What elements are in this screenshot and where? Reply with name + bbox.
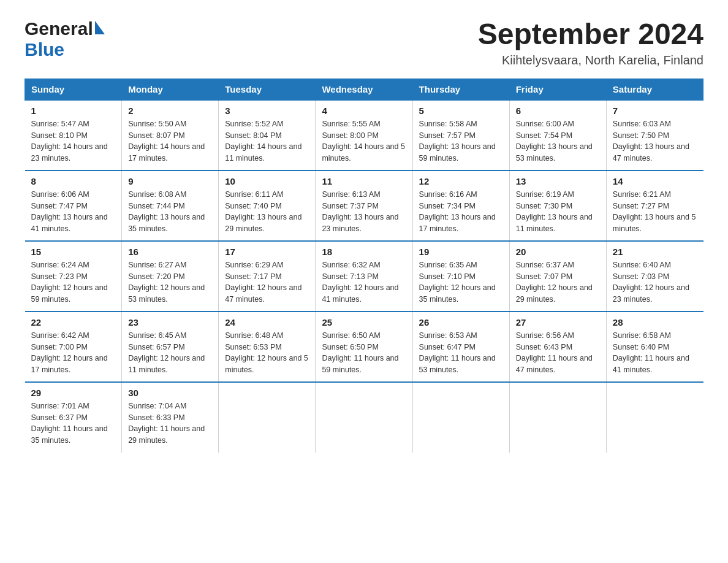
logo-triangle-icon <box>95 21 105 34</box>
header-sunday: Sunday <box>25 79 122 100</box>
table-row: 23 Sunrise: 6:45 AM Sunset: 6:57 PM Dayl… <box>122 312 219 382</box>
sunrise-label: Sunrise: 6:45 AM <box>128 331 186 340</box>
table-row <box>606 382 703 453</box>
sunrise-label: Sunrise: 7:04 AM <box>128 402 186 410</box>
daylight-label: Daylight: 12 hours and 53 minutes. <box>128 283 205 304</box>
sunset-label: Sunset: 8:04 PM <box>225 131 281 140</box>
table-row: 7 Sunrise: 6:03 AM Sunset: 7:50 PM Dayli… <box>606 100 703 170</box>
day-info: Sunrise: 6:24 AM Sunset: 7:23 PM Dayligh… <box>31 259 116 305</box>
table-row: 29 Sunrise: 7:01 AM Sunset: 6:37 PM Dayl… <box>25 382 122 453</box>
table-row: 3 Sunrise: 5:52 AM Sunset: 8:04 PM Dayli… <box>219 100 316 170</box>
daylight-label: Daylight: 12 hours and 47 minutes. <box>225 283 301 304</box>
header-tuesday: Tuesday <box>219 79 316 100</box>
sunrise-label: Sunrise: 5:55 AM <box>322 120 380 128</box>
sunrise-label: Sunrise: 6:35 AM <box>419 261 477 269</box>
daylight-label: Daylight: 12 hours and 35 minutes. <box>419 283 496 304</box>
daylight-label: Daylight: 13 hours and 59 minutes. <box>419 142 496 163</box>
day-info: Sunrise: 6:08 AM Sunset: 7:44 PM Dayligh… <box>128 189 212 235</box>
daylight-label: Daylight: 14 hours and 5 minutes. <box>322 142 405 163</box>
calendar-week-row: 22 Sunrise: 6:42 AM Sunset: 7:00 PM Dayl… <box>25 312 703 382</box>
sunset-label: Sunset: 7:50 PM <box>613 131 669 140</box>
table-row: 10 Sunrise: 6:11 AM Sunset: 7:40 PM Dayl… <box>219 170 316 241</box>
table-row: 15 Sunrise: 6:24 AM Sunset: 7:23 PM Dayl… <box>25 241 122 312</box>
day-number: 23 <box>128 317 212 327</box>
day-info: Sunrise: 5:55 AM Sunset: 8:00 PM Dayligh… <box>322 118 406 164</box>
daylight-label: Daylight: 13 hours and 29 minutes. <box>225 213 301 233</box>
daylight-label: Daylight: 11 hours and 59 minutes. <box>322 354 398 374</box>
sunrise-label: Sunrise: 5:50 AM <box>128 120 186 128</box>
day-info: Sunrise: 5:50 AM Sunset: 8:07 PM Dayligh… <box>128 118 212 164</box>
sunset-label: Sunset: 6:57 PM <box>128 343 184 351</box>
sunrise-label: Sunrise: 6:21 AM <box>613 190 671 199</box>
sunset-label: Sunset: 6:53 PM <box>225 343 281 351</box>
day-info: Sunrise: 6:00 AM Sunset: 7:54 PM Dayligh… <box>516 118 600 164</box>
day-number: 28 <box>613 317 697 327</box>
sunrise-label: Sunrise: 6:03 AM <box>613 120 671 128</box>
table-row: 12 Sunrise: 6:16 AM Sunset: 7:34 PM Dayl… <box>412 170 509 241</box>
sunset-label: Sunset: 7:54 PM <box>516 131 572 140</box>
day-number: 1 <box>31 105 116 116</box>
day-number: 22 <box>31 317 116 327</box>
daylight-label: Daylight: 11 hours and 47 minutes. <box>516 354 593 374</box>
table-row: 24 Sunrise: 6:48 AM Sunset: 6:53 PM Dayl… <box>219 312 316 382</box>
sunset-label: Sunset: 7:20 PM <box>128 272 184 281</box>
day-info: Sunrise: 5:47 AM Sunset: 8:10 PM Dayligh… <box>31 118 116 164</box>
sunrise-label: Sunrise: 5:52 AM <box>225 120 283 128</box>
sunrise-label: Sunrise: 6:06 AM <box>31 190 89 199</box>
day-number: 24 <box>225 317 309 327</box>
table-row: 28 Sunrise: 6:58 AM Sunset: 6:40 PM Dayl… <box>606 312 703 382</box>
sunrise-label: Sunrise: 6:13 AM <box>322 190 380 199</box>
day-info: Sunrise: 6:06 AM Sunset: 7:47 PM Dayligh… <box>31 189 116 235</box>
day-info: Sunrise: 6:42 AM Sunset: 7:00 PM Dayligh… <box>31 330 116 376</box>
sunset-label: Sunset: 6:40 PM <box>613 343 669 351</box>
sunrise-label: Sunrise: 6:11 AM <box>225 190 283 199</box>
sunrise-label: Sunrise: 6:29 AM <box>225 261 283 269</box>
day-info: Sunrise: 6:19 AM Sunset: 7:30 PM Dayligh… <box>516 189 600 235</box>
day-number: 19 <box>419 247 503 257</box>
daylight-label: Daylight: 14 hours and 17 minutes. <box>128 142 205 163</box>
sunset-label: Sunset: 7:27 PM <box>613 202 669 210</box>
day-number: 20 <box>516 247 600 257</box>
daylight-label: Daylight: 12 hours and 17 minutes. <box>31 354 108 374</box>
logo-general-text: General <box>25 18 93 39</box>
sunset-label: Sunset: 8:10 PM <box>31 131 88 140</box>
logo-blue-text: Blue <box>25 39 64 59</box>
sunset-label: Sunset: 7:30 PM <box>516 202 572 210</box>
sunrise-label: Sunrise: 6:40 AM <box>613 261 671 269</box>
day-number: 12 <box>419 176 503 186</box>
day-number: 8 <box>31 176 116 186</box>
day-info: Sunrise: 6:29 AM Sunset: 7:17 PM Dayligh… <box>225 259 309 305</box>
day-info: Sunrise: 6:58 AM Sunset: 6:40 PM Dayligh… <box>613 330 697 376</box>
table-row: 2 Sunrise: 5:50 AM Sunset: 8:07 PM Dayli… <box>122 100 219 170</box>
day-number: 16 <box>128 247 212 257</box>
sunset-label: Sunset: 7:37 PM <box>322 202 378 210</box>
day-info: Sunrise: 6:53 AM Sunset: 6:47 PM Dayligh… <box>419 330 503 376</box>
day-number: 26 <box>419 317 503 327</box>
daylight-label: Daylight: 13 hours and 53 minutes. <box>516 142 593 163</box>
day-info: Sunrise: 5:52 AM Sunset: 8:04 PM Dayligh… <box>225 118 309 164</box>
sunset-label: Sunset: 7:23 PM <box>31 272 88 281</box>
sunrise-label: Sunrise: 6:32 AM <box>322 261 380 269</box>
sunrise-label: Sunrise: 6:37 AM <box>516 261 574 269</box>
day-info: Sunrise: 6:16 AM Sunset: 7:34 PM Dayligh… <box>419 189 503 235</box>
daylight-label: Daylight: 13 hours and 23 minutes. <box>322 213 398 233</box>
daylight-label: Daylight: 13 hours and 35 minutes. <box>128 213 205 233</box>
logo: General Blue <box>25 18 105 60</box>
day-number: 5 <box>419 105 503 116</box>
daylight-label: Daylight: 14 hours and 11 minutes. <box>225 142 301 163</box>
day-number: 15 <box>31 247 116 257</box>
sunset-label: Sunset: 7:13 PM <box>322 272 378 281</box>
day-number: 2 <box>128 105 212 116</box>
day-number: 14 <box>613 176 697 186</box>
sunset-label: Sunset: 7:57 PM <box>419 131 476 140</box>
calendar-week-row: 29 Sunrise: 7:01 AM Sunset: 6:37 PM Dayl… <box>25 382 703 453</box>
day-info: Sunrise: 6:03 AM Sunset: 7:50 PM Dayligh… <box>613 118 697 164</box>
table-row: 26 Sunrise: 6:53 AM Sunset: 6:47 PM Dayl… <box>412 312 509 382</box>
sunrise-label: Sunrise: 6:48 AM <box>225 331 283 340</box>
daylight-label: Daylight: 11 hours and 53 minutes. <box>419 354 496 374</box>
day-info: Sunrise: 6:11 AM Sunset: 7:40 PM Dayligh… <box>225 189 309 235</box>
calendar-week-row: 15 Sunrise: 6:24 AM Sunset: 7:23 PM Dayl… <box>25 241 703 312</box>
sunset-label: Sunset: 6:50 PM <box>322 343 378 351</box>
sunset-label: Sunset: 7:34 PM <box>419 202 476 210</box>
table-row <box>412 382 509 453</box>
